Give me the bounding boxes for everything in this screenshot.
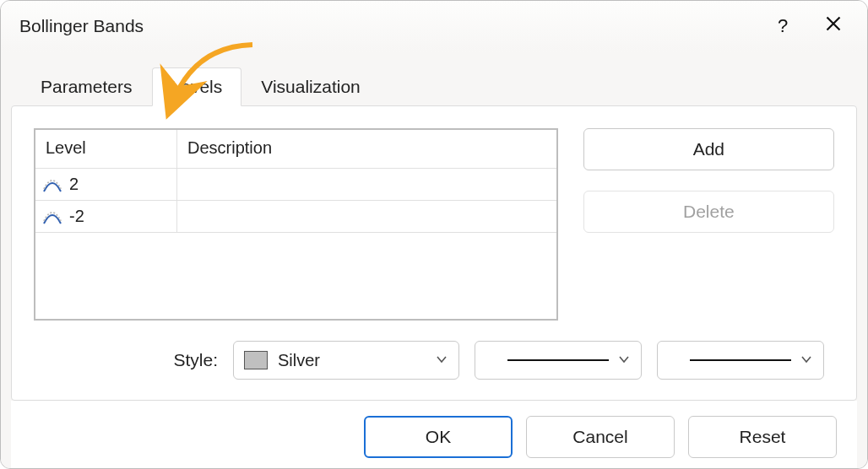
button-label: Cancel (572, 427, 627, 447)
tab-label: Visualization (261, 77, 361, 96)
cell-level-value: 2 (69, 175, 79, 194)
cell-level: 2 (35, 169, 177, 200)
window-title: Bollinger Bands (19, 16, 144, 36)
line-style-sample (507, 359, 609, 361)
table-row[interactable]: 2 (35, 169, 556, 201)
button-label: Reset (740, 427, 786, 447)
tab-label: Levels (171, 77, 223, 96)
color-select[interactable]: Silver (233, 341, 459, 380)
tab-parameters[interactable]: Parameters (21, 67, 152, 106)
chevron-down-icon (435, 351, 448, 370)
chevron-down-icon (800, 351, 813, 370)
color-name: Silver (278, 351, 320, 370)
levels-buttons: Add Delete (583, 128, 834, 233)
button-label: Delete (683, 202, 735, 222)
cell-level-value: -2 (69, 207, 84, 226)
line-width-select[interactable] (657, 341, 824, 380)
column-header-level[interactable]: Level (35, 130, 177, 169)
reset-button[interactable]: Reset (688, 416, 837, 458)
cell-level: -2 (35, 201, 177, 232)
cancel-button[interactable]: Cancel (526, 416, 675, 458)
help-button[interactable]: ? (757, 1, 808, 51)
tab-label: Parameters (41, 77, 133, 96)
line-width-sample (690, 359, 791, 361)
dialog-bollinger-bands: Bollinger Bands ? Parameters Levels (0, 0, 868, 469)
color-swatch (244, 351, 268, 369)
tab-visualization[interactable]: Visualization (241, 67, 380, 106)
levels-main-row: Level Description 2 (34, 128, 834, 321)
style-row: Style: Silver (34, 341, 834, 380)
dialog-footer: OK Cancel Reset (11, 401, 857, 469)
tab-strip: Parameters Levels Visualization (21, 67, 857, 105)
dialog-body: Parameters Levels Visualization Level De… (1, 51, 867, 469)
button-label: OK (426, 427, 451, 447)
level-curve-icon (42, 178, 62, 191)
levels-table[interactable]: Level Description 2 (34, 128, 558, 321)
level-curve-icon (42, 210, 62, 224)
tab-levels[interactable]: Levels (152, 67, 242, 106)
ok-button[interactable]: OK (364, 416, 513, 458)
cell-description (177, 201, 556, 232)
line-style-select[interactable] (475, 341, 642, 380)
help-icon: ? (778, 15, 788, 37)
delete-button: Delete (583, 191, 834, 233)
style-label: Style: (34, 350, 218, 370)
titlebar: Bollinger Bands ? (1, 1, 867, 51)
button-label: Add (693, 139, 724, 159)
close-button[interactable] (808, 1, 859, 51)
tabpanel-levels: Level Description 2 (11, 105, 857, 401)
cell-description (177, 169, 556, 200)
table-header: Level Description (35, 130, 556, 169)
chevron-down-icon (617, 351, 631, 370)
close-icon (825, 15, 842, 37)
add-button[interactable]: Add (583, 128, 834, 170)
titlebar-controls: ? (757, 1, 859, 51)
table-row[interactable]: -2 (35, 201, 556, 233)
column-header-description[interactable]: Description (177, 130, 556, 169)
